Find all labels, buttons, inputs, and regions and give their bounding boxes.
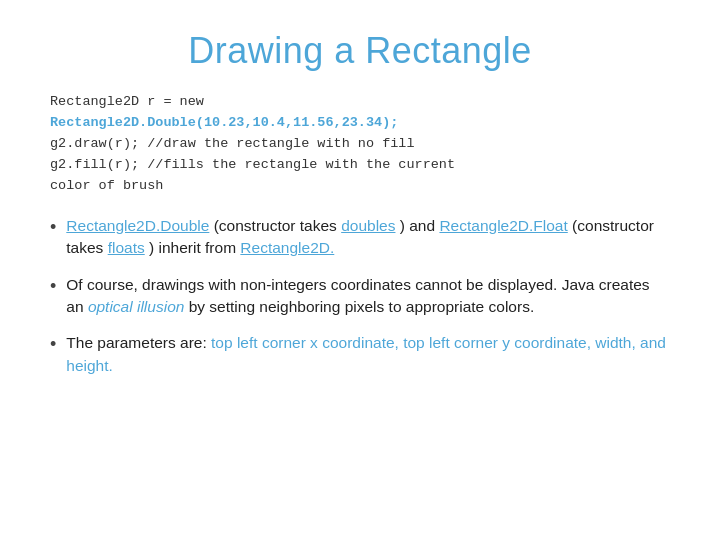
code-block: Rectangle2D r = new Rectangle2D.Double(1… [50,92,670,197]
bullet-item-3: The parameters are: top left corner x co… [50,332,670,377]
bullet-list: Rectangle2D.Double (constructor takes do… [50,215,670,392]
code-line-3: g2.draw(r); //draw the rectangle with no… [50,134,670,155]
code-line-5: color of brush [50,176,670,197]
bullet-text-3: The parameters are: top left corner x co… [66,332,670,377]
code-line-1: Rectangle2D r = new [50,92,670,113]
optical-illusion-text: optical illusion [88,298,185,315]
bullet-item-1: Rectangle2D.Double (constructor takes do… [50,215,670,260]
rect2d-link: Rectangle2D. [240,239,334,256]
rect2d-float-link: Rectangle2D.Float [439,217,567,234]
code-line-2: Rectangle2D.Double(10.23,10.4,11.56,23.3… [50,113,670,134]
floats-link: floats [108,239,145,256]
doubles-link: doubles [341,217,395,234]
rect2d-double-link: Rectangle2D.Double [66,217,209,234]
bullet-item-2: Of course, drawings with non-integers co… [50,274,670,319]
bullet-text-1: Rectangle2D.Double (constructor takes do… [66,215,670,260]
slide-title: Drawing a Rectangle [50,30,670,72]
code-line-4: g2.fill(r); //fills the rectangle with t… [50,155,670,176]
bullet-text-2: Of course, drawings with non-integers co… [66,274,670,319]
slide: Drawing a Rectangle Rectangle2D r = new … [0,0,720,540]
